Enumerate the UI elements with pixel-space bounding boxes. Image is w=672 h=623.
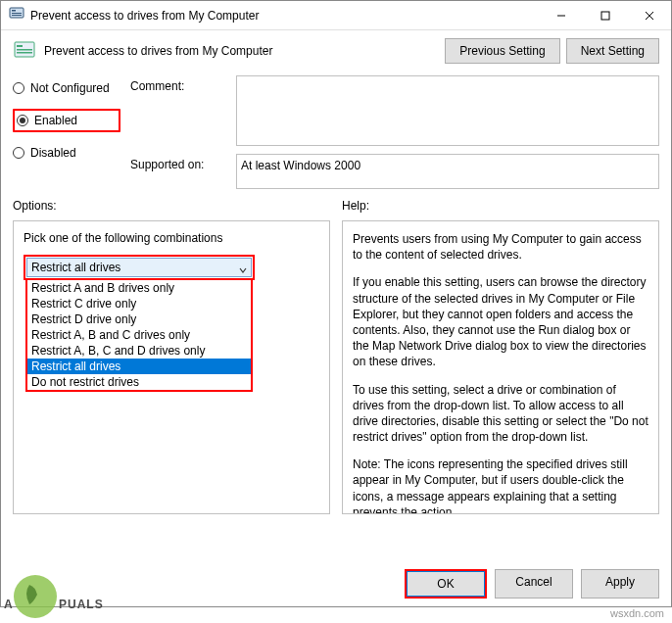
radio-label: Disabled bbox=[30, 146, 76, 160]
options-panel[interactable]: Pick one of the following combinations R… bbox=[13, 220, 330, 514]
radio-icon bbox=[13, 147, 24, 159]
close-button[interactable] bbox=[627, 1, 671, 29]
titlebar-left: Prevent access to drives from My Compute… bbox=[9, 6, 259, 24]
svg-rect-11 bbox=[17, 52, 32, 54]
options-label: Options: bbox=[13, 199, 330, 213]
radio-label: Not Configured bbox=[30, 81, 110, 95]
combo-selected: Restrict all drives bbox=[31, 261, 120, 274]
supported-label: Supported on: bbox=[130, 154, 228, 189]
apply-button[interactable]: Apply bbox=[581, 569, 659, 599]
help-label: Help: bbox=[342, 199, 659, 213]
titlebar: Prevent access to drives from My Compute… bbox=[1, 1, 671, 30]
header-title: Prevent access to drives from My Compute… bbox=[44, 44, 272, 58]
dropdown-item[interactable]: Do not restrict drives bbox=[27, 374, 251, 390]
highlight-combo: Restrict all drives bbox=[24, 255, 255, 280]
radio-dot-icon bbox=[20, 118, 25, 123]
dropdown-item[interactable]: Restrict A, B, C and D drives only bbox=[27, 343, 251, 359]
dropdown-item[interactable]: Restrict D drive only bbox=[27, 312, 251, 327]
watermark-site: wsxdn.com bbox=[610, 607, 664, 619]
help-paragraph: If you enable this setting, users can br… bbox=[353, 274, 648, 369]
radio-label: Enabled bbox=[34, 114, 77, 127]
supported-textarea: At least Windows 2000 bbox=[236, 154, 659, 189]
header: Prevent access to drives from My Compute… bbox=[1, 30, 671, 72]
help-paragraph: Note: The icons representing the specifi… bbox=[353, 456, 648, 514]
dialog-window: Prevent access to drives from My Compute… bbox=[0, 0, 672, 607]
highlight-enabled: Enabled bbox=[13, 109, 120, 132]
next-setting-button[interactable]: Next Setting bbox=[566, 38, 659, 64]
nav-buttons: Previous Setting Next Setting bbox=[445, 38, 659, 64]
options-prompt: Pick one of the following combinations bbox=[24, 231, 319, 245]
comment-textarea[interactable] bbox=[236, 75, 659, 146]
help-paragraph: To use this setting, select a drive or c… bbox=[353, 382, 648, 446]
policy-icon-large bbox=[13, 39, 36, 63]
radio-disabled[interactable]: Disabled bbox=[13, 144, 120, 162]
radio-icon bbox=[13, 82, 24, 94]
header-left: Prevent access to drives from My Compute… bbox=[13, 39, 272, 63]
svg-rect-9 bbox=[17, 45, 23, 47]
svg-rect-5 bbox=[601, 12, 609, 20]
dropdown-item-selected[interactable]: Restrict all drives bbox=[27, 359, 251, 374]
minimize-button[interactable] bbox=[539, 1, 583, 29]
svg-rect-1 bbox=[12, 10, 16, 12]
dropdown-item[interactable]: Restrict A and B drives only bbox=[27, 280, 251, 296]
dropdown-item[interactable]: Restrict A, B and C drives only bbox=[27, 327, 251, 343]
previous-setting-button[interactable]: Previous Setting bbox=[445, 38, 559, 64]
config-row: Not Configured Enabled Disabled Comment:… bbox=[1, 72, 671, 193]
svg-rect-2 bbox=[12, 13, 22, 14]
window-title: Prevent access to drives from My Compute… bbox=[30, 9, 259, 23]
help-paragraph: Prevents users from using My Computer to… bbox=[353, 231, 648, 263]
section-labels: Options: Help: bbox=[1, 193, 671, 220]
policy-icon bbox=[9, 6, 24, 24]
supported-row: Supported on: At least Windows 2000 bbox=[130, 154, 659, 189]
radio-icon bbox=[17, 115, 28, 126]
drives-combobox[interactable]: Restrict all drives bbox=[26, 258, 252, 277]
radio-enabled[interactable]: Enabled bbox=[17, 112, 117, 129]
state-radios: Not Configured Enabled Disabled bbox=[13, 75, 120, 162]
ok-button[interactable]: OK bbox=[407, 571, 485, 597]
svg-rect-3 bbox=[12, 15, 22, 16]
dropdown-item[interactable]: Restrict C drive only bbox=[27, 296, 251, 312]
meta-fields: Comment: Supported on: At least Windows … bbox=[130, 75, 659, 189]
window-controls bbox=[539, 1, 671, 29]
radio-not-configured[interactable]: Not Configured bbox=[13, 79, 120, 97]
footer-buttons: OK Cancel Apply bbox=[1, 561, 671, 606]
chevron-down-icon bbox=[239, 264, 247, 271]
maximize-button[interactable] bbox=[583, 1, 627, 29]
comment-row: Comment: bbox=[130, 75, 659, 146]
highlight-ok: OK bbox=[405, 569, 487, 599]
help-panel[interactable]: Prevents users from using My Computer to… bbox=[342, 220, 659, 514]
drives-dropdown: Restrict A and B drives only Restrict C … bbox=[25, 278, 253, 392]
comment-label: Comment: bbox=[130, 75, 228, 146]
svg-rect-10 bbox=[17, 49, 32, 51]
section-panels: Pick one of the following combinations R… bbox=[1, 220, 671, 557]
cancel-button[interactable]: Cancel bbox=[495, 569, 573, 599]
combo-wrap: Restrict all drives Restrict A and B dri… bbox=[24, 255, 319, 280]
